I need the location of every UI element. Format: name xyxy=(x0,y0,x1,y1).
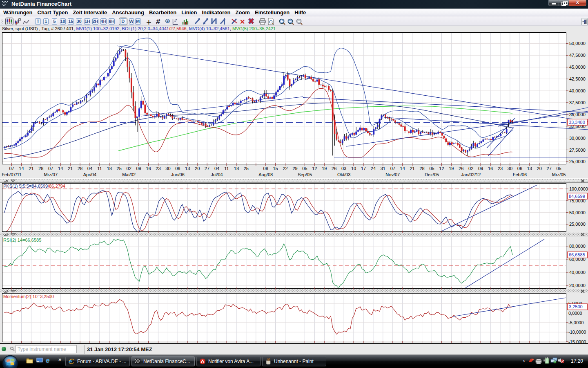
svg-text:26: 26 xyxy=(332,166,336,171)
svg-text:17: 17 xyxy=(361,166,366,171)
svg-text:29: 29 xyxy=(292,166,297,171)
svg-text:05: 05 xyxy=(429,166,434,171)
svg-text:28: 28 xyxy=(419,166,424,171)
svg-text:26: 26 xyxy=(459,166,463,171)
svg-text:20,0000: 20,0000 xyxy=(569,283,586,288)
svg-text:3,2500: 3,2500 xyxy=(569,304,583,309)
svg-text:08: 08 xyxy=(263,166,268,171)
svg-text:-10,0000: -10,0000 xyxy=(568,330,586,334)
svg-text:21: 21 xyxy=(68,166,73,171)
svg-text:18: 18 xyxy=(107,166,112,171)
svg-text:06: 06 xyxy=(517,166,522,171)
svg-text:100,0000: 100,0000 xyxy=(569,186,588,191)
svg-text:07: 07 xyxy=(48,166,53,171)
svg-text:22: 22 xyxy=(283,166,287,171)
svg-text:28: 28 xyxy=(78,166,82,171)
svg-text:23: 23 xyxy=(156,166,160,171)
svg-text:11: 11 xyxy=(97,166,102,171)
svg-text:0,0000: 0,0000 xyxy=(568,311,582,316)
svg-text:14: 14 xyxy=(400,166,405,171)
svg-text:27: 27 xyxy=(547,166,552,171)
svg-text:Mrz/07: Mrz/07 xyxy=(44,172,58,177)
svg-text:-5,0000: -5,0000 xyxy=(568,320,584,325)
svg-text:27: 27 xyxy=(205,166,209,171)
svg-text:02: 02 xyxy=(127,166,131,171)
svg-text:33,3480: 33,3480 xyxy=(569,120,585,125)
svg-text:03: 03 xyxy=(341,166,346,171)
svg-text:12: 12 xyxy=(312,166,317,171)
svg-text:12: 12 xyxy=(439,166,444,171)
svg-text:Mai/02: Mai/02 xyxy=(122,172,136,177)
svg-text:05: 05 xyxy=(302,166,307,171)
svg-text:42,5000: 42,5000 xyxy=(569,76,586,81)
svg-text:18: 18 xyxy=(234,166,239,171)
svg-text:66,6585: 66,6585 xyxy=(569,252,585,257)
svg-text:30,0000: 30,0000 xyxy=(569,136,586,141)
svg-text:40,0000: 40,0000 xyxy=(569,88,586,93)
svg-text:28: 28 xyxy=(38,166,43,171)
svg-text:14: 14 xyxy=(58,166,63,171)
svg-text:80,0000: 80,0000 xyxy=(569,244,586,249)
svg-text:Mrz/05: Mrz/05 xyxy=(552,172,566,177)
svg-text:25,0000: 25,0000 xyxy=(569,159,586,164)
svg-text:Feb/07/11: Feb/07/11 xyxy=(2,172,22,177)
svg-text:15: 15 xyxy=(273,166,278,171)
svg-text:Jun/06: Jun/06 xyxy=(171,172,185,177)
svg-text:RSI(2) 14=66,6585: RSI(2) 14=66,6585 xyxy=(3,238,41,242)
svg-text:16: 16 xyxy=(146,166,151,171)
svg-text:Aug/08: Aug/08 xyxy=(258,172,273,177)
svg-text:27,5000: 27,5000 xyxy=(569,148,586,153)
svg-text:Sep/05: Sep/05 xyxy=(298,172,312,177)
svg-text:40,0000: 40,0000 xyxy=(569,270,586,275)
svg-text:Momentum(2) 10=3,2500: Momentum(2) 10=3,2500 xyxy=(3,294,54,299)
svg-text:13: 13 xyxy=(527,166,532,171)
svg-text:Dez/05: Dez/05 xyxy=(425,172,439,177)
svg-text:Apr/04: Apr/04 xyxy=(83,172,96,177)
svg-text:21: 21 xyxy=(410,166,414,171)
svg-text:19: 19 xyxy=(322,166,327,171)
svg-text:Okt/03: Okt/03 xyxy=(337,172,350,177)
svg-text:20: 20 xyxy=(195,166,200,171)
svg-text:07: 07 xyxy=(390,166,395,171)
svg-text:31: 31 xyxy=(381,166,385,171)
svg-text:13: 13 xyxy=(185,166,190,171)
svg-text:02: 02 xyxy=(468,166,473,171)
svg-text:10: 10 xyxy=(351,166,356,171)
svg-text:37,5000: 37,5000 xyxy=(569,100,586,105)
svg-text:21: 21 xyxy=(29,166,33,171)
svg-text:09: 09 xyxy=(478,166,483,171)
svg-text:25: 25 xyxy=(117,166,122,171)
svg-text:30: 30 xyxy=(508,166,512,171)
svg-text:05: 05 xyxy=(556,166,561,171)
svg-text:07: 07 xyxy=(9,166,14,171)
svg-text:25,0000: 25,0000 xyxy=(569,222,586,227)
svg-text:19: 19 xyxy=(449,166,454,171)
svg-text:Feb/06: Feb/06 xyxy=(513,172,527,177)
svg-text:35,0000: 35,0000 xyxy=(569,112,586,117)
svg-text:06: 06 xyxy=(175,166,180,171)
svg-text:45,0000: 45,0000 xyxy=(569,65,586,70)
svg-text:30: 30 xyxy=(165,166,170,171)
svg-text:14: 14 xyxy=(19,166,24,171)
svg-text:25: 25 xyxy=(244,166,249,171)
svg-text:Jan/02/12: Jan/02/12 xyxy=(461,172,481,177)
svg-text:11: 11 xyxy=(224,166,229,171)
svg-text:84,6599: 84,6599 xyxy=(569,194,585,199)
svg-text:Nov/07: Nov/07 xyxy=(385,172,400,177)
svg-text:PKS(1) 5;5;5=84,6599/86,2794: PKS(1) 5;5;5=84,6599/86,2794 xyxy=(3,184,65,188)
svg-text:09: 09 xyxy=(136,166,141,171)
svg-text:23: 23 xyxy=(498,166,503,171)
svg-text:16: 16 xyxy=(488,166,493,171)
svg-text:Jul/04: Jul/04 xyxy=(211,172,223,177)
svg-text:50,0000: 50,0000 xyxy=(569,41,586,46)
svg-text:20: 20 xyxy=(537,166,542,171)
svg-text:50,0000: 50,0000 xyxy=(569,210,586,215)
svg-text:47,5000: 47,5000 xyxy=(569,53,586,58)
svg-text:24: 24 xyxy=(371,166,376,171)
svg-text:04: 04 xyxy=(87,166,92,171)
svg-text:04: 04 xyxy=(214,166,219,171)
